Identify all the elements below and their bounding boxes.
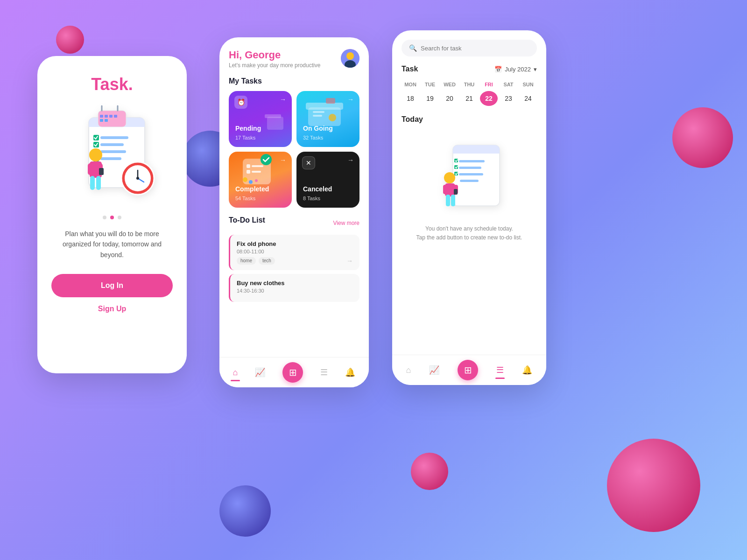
view-more-link[interactable]: View more — [333, 220, 359, 226]
canceled-title: Canceled — [303, 185, 332, 193]
bell-icon: 🔔 — [345, 367, 355, 378]
todo-item-2[interactable]: Buy new clothes 14:30-16:30 — [229, 274, 359, 302]
app-logo: Task. — [91, 75, 133, 94]
svg-rect-11 — [98, 111, 126, 127]
login-illustration — [61, 104, 163, 206]
completed-title: Completed — [235, 185, 269, 193]
cal-date-20[interactable]: 20 — [441, 91, 458, 106]
todo-time-1: 08:00-11:00 — [237, 249, 353, 254]
todo-item-1[interactable]: Fix old phone 08:00-11:00 home tech → — [229, 235, 359, 270]
completed-count: 54 Tasks — [235, 196, 255, 201]
cal-nav-active-indicator — [495, 378, 505, 379]
day-wed: WED — [441, 80, 458, 89]
decorative-ball-pink-right — [672, 107, 733, 168]
todo-arrow-1: → — [346, 257, 353, 265]
svg-rect-42 — [326, 98, 335, 104]
calendar-phone: 🔍 Task 📅 July 2022 ▾ MON TUE WED THU FRI… — [392, 30, 546, 385]
svg-rect-56 — [459, 167, 481, 169]
cal-date-18[interactable]: 18 — [402, 91, 419, 106]
nav-list[interactable]: ☰ — [320, 367, 328, 378]
svg-rect-27 — [88, 163, 93, 175]
chart-icon: 📈 — [255, 367, 265, 378]
signup-button[interactable]: Sign Up — [98, 305, 126, 313]
svg-rect-46 — [247, 170, 250, 174]
dot-2 — [110, 216, 114, 219]
home-icon: ⌂ — [233, 368, 238, 378]
ongoing-title: On Going — [303, 125, 333, 132]
pending-title: Pending — [235, 125, 261, 132]
task-card-completed[interactable]: → — [229, 152, 292, 208]
task-card-pending[interactable]: ⏰ → Pending 17 Tasks — [229, 91, 292, 147]
svg-point-48 — [261, 154, 272, 165]
nav-chart[interactable]: 📈 — [255, 367, 265, 378]
list-icon: ☰ — [320, 367, 328, 378]
svg-rect-40 — [313, 115, 322, 117]
svg-rect-5 — [100, 150, 126, 153]
cal-list-icon: ☰ — [496, 365, 504, 375]
today-illustration: You don't have any schedule today.Tap th… — [402, 131, 537, 252]
today-illustration-svg — [423, 140, 516, 220]
svg-point-41 — [329, 114, 336, 121]
cal-date-21[interactable]: 21 — [460, 91, 478, 106]
chevron-down-icon: ▾ — [534, 66, 537, 73]
cal-chart-icon: 📈 — [429, 365, 439, 375]
month-selector[interactable]: 📅 July 2022 ▾ — [494, 66, 537, 73]
svg-rect-58 — [460, 180, 479, 182]
pending-arrow: → — [280, 96, 286, 103]
svg-rect-64 — [443, 185, 448, 194]
day-sat: SAT — [500, 80, 517, 89]
cal-nav-fab-button[interactable]: ⊞ — [458, 360, 478, 380]
greeting-section: Hi, George Let's make your day more prod… — [229, 49, 320, 69]
cal-date-23[interactable]: 23 — [500, 91, 517, 106]
search-input[interactable] — [421, 45, 529, 52]
cal-nav-chart[interactable]: 📈 — [429, 365, 439, 375]
task-card-ongoing[interactable]: → On Going 32 Tasks — [296, 91, 359, 147]
cal-nav-home[interactable]: ⌂ — [406, 365, 411, 375]
search-icon: 🔍 — [409, 44, 417, 52]
svg-rect-30 — [96, 176, 101, 190]
day-thu: THU — [460, 80, 478, 89]
nav-fab-button[interactable]: ⊞ — [282, 362, 303, 383]
tasks-grid: ⏰ → Pending 17 Tasks → — [229, 91, 359, 208]
svg-rect-67 — [451, 195, 455, 206]
today-description: You don't have any schedule today.Tap th… — [416, 224, 522, 242]
svg-rect-38 — [306, 103, 343, 110]
pending-icon: ⏰ — [234, 96, 247, 109]
canceled-icon: ✕ — [302, 156, 315, 169]
cal-nav-list[interactable]: ☰ — [496, 365, 504, 375]
bottom-nav-tasks: ⌂ 📈 ⊞ ☰ 🔔 — [219, 357, 369, 387]
svg-rect-57 — [459, 173, 483, 175]
cal-bell-icon: 🔔 — [522, 365, 532, 375]
task-card-canceled[interactable]: ✕ → Canceled 8 Tasks — [296, 152, 359, 208]
search-bar[interactable]: 🔍 — [402, 40, 537, 56]
todo-header: To-Do List View more — [229, 216, 359, 230]
nav-home[interactable]: ⌂ — [233, 368, 238, 378]
svg-rect-18 — [100, 119, 103, 122]
svg-rect-6 — [100, 157, 121, 160]
cal-date-19[interactable]: 19 — [421, 91, 439, 106]
login-button[interactable]: Log In — [51, 274, 173, 297]
pending-illustration — [262, 110, 288, 133]
todo-tags-1: home tech → — [237, 257, 353, 265]
day-tue: TUE — [421, 80, 439, 89]
tag-home: home — [237, 257, 256, 265]
svg-rect-15 — [105, 115, 108, 118]
todo-section-title: To-Do List — [229, 216, 265, 224]
svg-rect-4 — [100, 143, 124, 146]
cal-nav-bell[interactable]: 🔔 — [522, 365, 532, 375]
cal-date-24[interactable]: 24 — [519, 91, 537, 106]
fab-grid-icon: ⊞ — [289, 367, 297, 378]
svg-point-50 — [249, 180, 253, 184]
dot-3 — [118, 216, 121, 219]
svg-point-49 — [243, 177, 247, 182]
svg-point-24 — [136, 177, 139, 180]
canceled-arrow: → — [347, 156, 354, 164]
svg-rect-66 — [446, 195, 450, 206]
today-section: Today — [402, 115, 537, 252]
nav-bell[interactable]: 🔔 — [345, 367, 355, 378]
cal-date-22[interactable]: 22 — [480, 91, 498, 106]
todo-time-2: 14:30-16:30 — [237, 288, 353, 294]
cal-fab-grid-icon: ⊞ — [464, 364, 472, 376]
user-avatar[interactable] — [341, 49, 359, 68]
cal-home-icon: ⌂ — [406, 365, 411, 375]
